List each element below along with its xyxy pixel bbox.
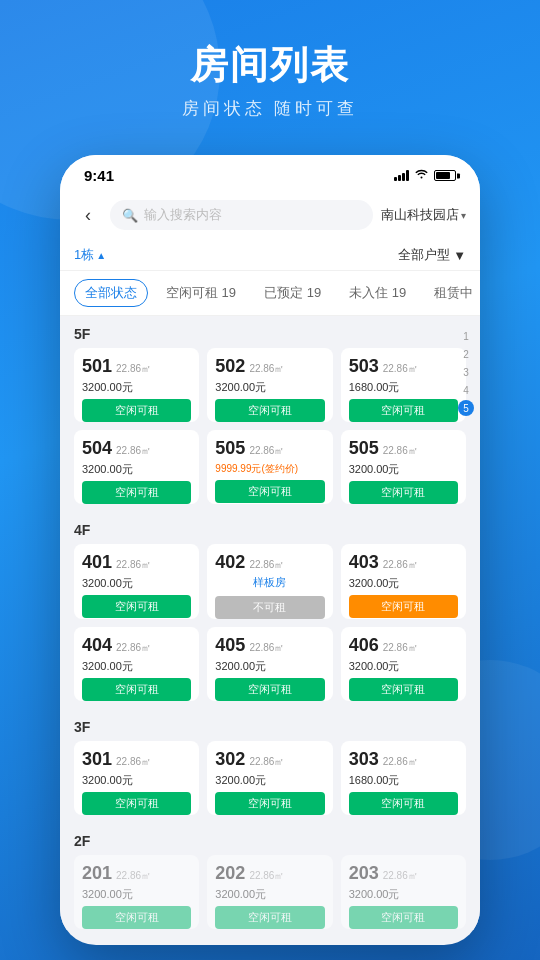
side-index-2[interactable]: 2	[458, 346, 474, 362]
room-area: 22.86㎡	[116, 558, 151, 572]
top-bar: ‹ 🔍 输入搜索内容 南山科技园店 ▾	[60, 192, 480, 240]
tab-all-status[interactable]: 全部状态	[74, 279, 148, 307]
room-area: 22.86㎡	[249, 362, 284, 376]
room-price: 3200.00元	[215, 773, 324, 788]
room-status-btn[interactable]: 空闲可租	[349, 792, 458, 815]
room-card-202[interactable]: 202 22.86㎡ 3200.00元 空闲可租	[207, 855, 332, 929]
room-card-302[interactable]: 302 22.86㎡ 3200.00元 空闲可租	[207, 741, 332, 815]
room-area: 22.86㎡	[383, 362, 418, 376]
floor-4f-grid: 401 22.86㎡ 3200.00元 空闲可租 402 22.86㎡ 样板房 …	[60, 544, 480, 709]
room-card-403[interactable]: 403 22.86㎡ 3200.00元 空闲可租	[341, 544, 466, 619]
room-number: 503	[349, 356, 379, 377]
room-card-402[interactable]: 402 22.86㎡ 样板房 不可租	[207, 544, 332, 619]
room-area: 22.86㎡	[383, 641, 418, 655]
room-status-btn[interactable]: 不可租	[215, 596, 324, 619]
room-number: 203	[349, 863, 379, 884]
room-card-404[interactable]: 404 22.86㎡ 3200.00元 空闲可租	[74, 627, 199, 701]
building-selector[interactable]: 1栋 ▲	[74, 246, 106, 264]
room-price: 3200.00元	[215, 887, 324, 902]
room-card-405[interactable]: 405 22.86㎡ 3200.00元 空闲可租	[207, 627, 332, 701]
signal-icon	[394, 170, 409, 181]
room-number: 405	[215, 635, 245, 656]
tab-available[interactable]: 空闲可租 19	[156, 280, 246, 306]
room-number: 303	[349, 749, 379, 770]
search-icon: 🔍	[122, 208, 138, 223]
room-status-btn[interactable]: 空闲可租	[82, 595, 191, 618]
side-index-1[interactable]: 1	[458, 328, 474, 344]
room-area: 22.86㎡	[116, 869, 151, 883]
tab-renting[interactable]: 租赁中	[424, 280, 480, 306]
side-index-4[interactable]: 4	[458, 382, 474, 398]
room-status-btn[interactable]: 空闲可租	[215, 678, 324, 701]
room-type-selector[interactable]: 全部户型 ▼	[398, 246, 466, 264]
room-card-501[interactable]: 501 22.86㎡ 3200.00元 空闲可租	[74, 348, 199, 422]
room-area: 22.86㎡	[116, 641, 151, 655]
floor-3f-grid: 301 22.86㎡ 3200.00元 空闲可租 302 22.86㎡ 3200…	[60, 741, 480, 823]
room-status-btn[interactable]: 空闲可租	[82, 792, 191, 815]
room-status-btn[interactable]: 空闲可租	[82, 399, 191, 422]
room-price: 3200.00元	[349, 659, 458, 674]
room-card-505a[interactable]: 505 22.86㎡ 9999.99元(签约价) 空闲可租	[207, 430, 332, 504]
room-status-btn[interactable]: 空闲可租	[349, 595, 458, 618]
room-area: 22.86㎡	[383, 444, 418, 458]
room-card-301[interactable]: 301 22.86㎡ 3200.00元 空闲可租	[74, 741, 199, 815]
room-status-btn[interactable]: 空闲可租	[82, 678, 191, 701]
room-card-504[interactable]: 504 22.86㎡ 3200.00元 空闲可租	[74, 430, 199, 504]
room-card-502[interactable]: 502 22.86㎡ 3200.00元 空闲可租	[207, 348, 332, 422]
room-status-btn[interactable]: 空闲可租	[215, 792, 324, 815]
store-selector[interactable]: 南山科技园店 ▾	[381, 206, 466, 224]
room-card-201[interactable]: 201 22.86㎡ 3200.00元 空闲可租	[74, 855, 199, 929]
room-price: 1680.00元	[349, 773, 458, 788]
room-price: 3200.00元	[215, 659, 324, 674]
room-area: 22.86㎡	[383, 755, 418, 769]
room-status-btn[interactable]: 空闲可租	[349, 906, 458, 929]
room-card-303[interactable]: 303 22.86㎡ 1680.00元 空闲可租	[341, 741, 466, 815]
room-status-btn[interactable]: 空闲可租	[349, 678, 458, 701]
room-area: 22.86㎡	[249, 641, 284, 655]
room-status-btn[interactable]: 空闲可租	[215, 399, 324, 422]
sample-label: 样板房	[215, 573, 324, 592]
side-index-3[interactable]: 3	[458, 364, 474, 380]
battery-icon	[434, 170, 456, 181]
store-dropdown-arrow: ▾	[461, 210, 466, 221]
room-area: 22.86㎡	[383, 869, 418, 883]
room-card-203[interactable]: 203 22.86㎡ 3200.00元 空闲可租	[341, 855, 466, 929]
room-price: 3200.00元	[82, 462, 191, 477]
room-card-503[interactable]: 503 22.86㎡ 1680.00元 空闲可租	[341, 348, 466, 422]
room-number: 502	[215, 356, 245, 377]
status-bar: 9:41	[60, 155, 480, 192]
building-label: 1栋	[74, 246, 94, 264]
room-price: 3200.00元	[82, 576, 191, 591]
room-number: 201	[82, 863, 112, 884]
room-status-btn[interactable]: 空闲可租	[349, 399, 458, 422]
room-price: 3200.00元	[82, 659, 191, 674]
room-card-401[interactable]: 401 22.86㎡ 3200.00元 空闲可租	[74, 544, 199, 619]
room-area: 22.86㎡	[249, 558, 284, 572]
room-card-505b[interactable]: 505 22.86㎡ 3200.00元 空闲可租	[341, 430, 466, 504]
back-button[interactable]: ‹	[74, 201, 102, 229]
room-number: 505	[215, 438, 245, 459]
room-area: 22.86㎡	[383, 558, 418, 572]
floor-5f-label: 5F	[60, 316, 480, 348]
tab-reserved[interactable]: 已预定 19	[254, 280, 331, 306]
room-status-btn[interactable]: 空闲可租	[349, 481, 458, 504]
content-area[interactable]: 1 2 3 4 5 5F 501 22.86㎡ 3200.00元 空闲可租 50…	[60, 316, 480, 930]
search-placeholder: 输入搜索内容	[144, 206, 222, 224]
room-price: 3200.00元	[349, 462, 458, 477]
tab-not-moved-in[interactable]: 未入住 19	[339, 280, 416, 306]
room-status-btn[interactable]: 空闲可租	[215, 480, 324, 503]
room-area: 22.86㎡	[116, 362, 151, 376]
room-card-406[interactable]: 406 22.86㎡ 3200.00元 空闲可租	[341, 627, 466, 701]
room-number: 302	[215, 749, 245, 770]
room-number: 505	[349, 438, 379, 459]
room-status-btn[interactable]: 空闲可租	[82, 906, 191, 929]
room-price: 3200.00元	[349, 576, 458, 591]
room-status-btn[interactable]: 空闲可租	[82, 481, 191, 504]
room-area: 22.86㎡	[249, 869, 284, 883]
side-index-5[interactable]: 5	[458, 400, 474, 416]
filter-bar: 1栋 ▲ 全部户型 ▼	[60, 240, 480, 271]
phone-frame: 9:41 ‹ 🔍 输入搜索内容 南山科技园店 ▾	[60, 155, 480, 945]
search-bar[interactable]: 🔍 输入搜索内容	[110, 200, 373, 230]
floor-4f-label: 4F	[60, 512, 480, 544]
room-status-btn[interactable]: 空闲可租	[215, 906, 324, 929]
